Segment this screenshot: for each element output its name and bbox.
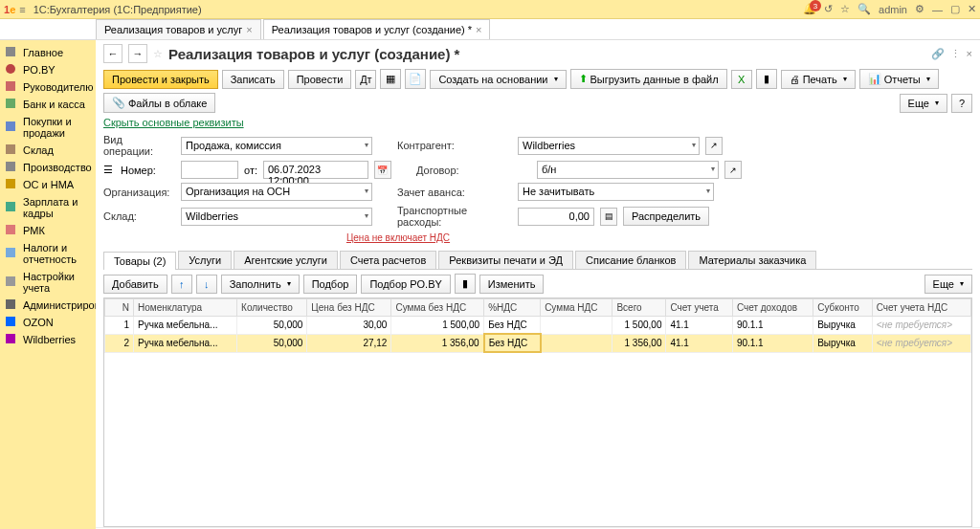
star-icon[interactable]: ☆ xyxy=(840,3,850,15)
col-accinc[interactable]: Счет доходов xyxy=(732,299,813,317)
sidebar-item-prod[interactable]: Производство xyxy=(0,159,96,176)
help-button[interactable]: ? xyxy=(951,94,972,113)
history-icon[interactable]: ↺ xyxy=(824,3,833,15)
sidebar-item-main[interactable]: Главное xyxy=(0,44,96,61)
hamburger-icon[interactable]: ≡ xyxy=(19,4,25,15)
counterparty-input[interactable]: Wildberries xyxy=(518,137,700,155)
nav-back-button[interactable]: ← xyxy=(103,44,122,63)
fill-button[interactable]: Заполнить xyxy=(221,275,300,294)
col-qty[interactable]: Количество xyxy=(237,299,307,317)
sidebar-item-salary[interactable]: Зарплата и кадры xyxy=(0,193,96,222)
col-sum[interactable]: Сумма без НДС xyxy=(391,299,484,317)
sidebar-item-settings[interactable]: Настройки учета xyxy=(0,268,96,297)
calendar-button[interactable]: 📅 xyxy=(374,161,391,179)
favorite-star-icon[interactable]: ☆ xyxy=(153,48,163,60)
col-n[interactable]: N xyxy=(105,299,134,317)
org-input[interactable]: Организация на ОСН xyxy=(181,183,372,201)
create-based-button[interactable]: Создать на основании xyxy=(430,70,566,89)
tab-item-active[interactable]: Реализация товаров и услуг (создание) * … xyxy=(263,19,491,39)
calc-button[interactable]: ▤ xyxy=(600,208,617,226)
counterparty-open-button[interactable]: ↗ xyxy=(705,137,723,155)
search-icon[interactable]: 🔍 xyxy=(858,3,871,15)
nav-forward-button[interactable]: → xyxy=(128,44,147,63)
hide-main-props-link[interactable]: Скрыть основные реквизиты xyxy=(96,115,980,130)
barcode-icon[interactable]: ▮ xyxy=(455,274,476,294)
sidebar-item-stock[interactable]: Склад xyxy=(0,142,96,159)
col-price[interactable]: Цена без НДС xyxy=(307,299,391,317)
reports-button[interactable]: 📊Отчеты xyxy=(859,69,939,89)
col-vatrate[interactable]: %НДС xyxy=(484,299,541,317)
tab-agent[interactable]: Агентские услуги xyxy=(234,251,338,269)
select-button[interactable]: Подбор xyxy=(303,275,358,294)
sidebar-item-admin[interactable]: Администрирование xyxy=(0,297,96,314)
sidebar-item-wb[interactable]: Wildberries xyxy=(0,331,96,348)
tab-item[interactable]: Реализация товаров и услуг × xyxy=(96,19,261,39)
transport-input[interactable]: 0,00 xyxy=(518,208,594,226)
more-menu-icon[interactable]: ⋮ xyxy=(950,48,961,60)
structure-icon[interactable]: ▦ xyxy=(380,69,401,89)
contract-input[interactable]: б/н xyxy=(537,161,719,179)
sidebar-item-poby[interactable]: PO.BY xyxy=(0,61,96,78)
dt-kt-icon[interactable]: Дт xyxy=(355,70,376,89)
tab-close-icon[interactable]: × xyxy=(476,24,481,35)
sidebar-item-sales[interactable]: Покупки и продажи xyxy=(0,113,96,142)
advance-input[interactable]: Не зачитывать xyxy=(518,183,714,201)
tab-close-icon[interactable]: × xyxy=(246,24,252,35)
list-icon[interactable]: ☰ xyxy=(103,164,115,176)
col-accvat[interactable]: Счет учета НДС xyxy=(872,299,970,317)
move-down-button[interactable]: ↓ xyxy=(196,275,217,294)
col-acc[interactable]: Счет учета xyxy=(666,299,732,317)
more-button[interactable]: Еще xyxy=(900,94,947,113)
warehouse-input[interactable]: Wildberries xyxy=(181,208,372,226)
bell-icon[interactable]: 🔔3 xyxy=(803,3,816,15)
asset-icon xyxy=(6,179,17,190)
maximize-icon[interactable]: ▢ xyxy=(950,3,960,15)
select-poby-button[interactable]: Подбор PO.BY xyxy=(361,275,450,294)
col-vatsum[interactable]: Сумма НДС xyxy=(541,299,612,317)
table-row-selected[interactable]: 2 Ручка мебельна... 50,000 27,12 1 356,0… xyxy=(105,334,971,352)
export-file-button[interactable]: ⬆Выгрузить данные в файл xyxy=(570,69,727,89)
tab-goods[interactable]: Товары (2) xyxy=(103,252,176,270)
move-up-button[interactable]: ↑ xyxy=(171,275,192,294)
post-button[interactable]: Провести xyxy=(288,70,352,89)
doc-icon[interactable]: 📄 xyxy=(405,69,426,89)
price-vat-note-link[interactable]: Цена не включает НДС xyxy=(346,232,450,243)
settings-icon[interactable]: ⚙ xyxy=(915,3,924,15)
sidebar-item-asset[interactable]: ОС и НМА xyxy=(0,176,96,193)
link-icon[interactable]: 🔗 xyxy=(931,48,945,60)
contract-open-button[interactable]: ↗ xyxy=(724,161,742,179)
excel-icon[interactable]: X xyxy=(731,70,752,89)
files-cloud-button[interactable]: 📎Файлы в облаке xyxy=(103,93,215,113)
add-row-button[interactable]: Добавить xyxy=(103,275,167,294)
tab-print[interactable]: Реквизиты печати и ЭД xyxy=(438,251,573,269)
table-more-button[interactable]: Еще xyxy=(924,275,972,294)
barcode-icon[interactable]: ▮ xyxy=(756,69,777,89)
close-icon[interactable]: ✕ xyxy=(968,3,976,15)
tab-materials[interactable]: Материалы заказчика xyxy=(688,251,816,269)
change-button[interactable]: Изменить xyxy=(479,275,545,294)
user-label[interactable]: admin xyxy=(879,4,907,15)
tab-accounts[interactable]: Счета расчетов xyxy=(340,251,436,269)
op-type-input[interactable]: Продажа, комиссия xyxy=(181,137,372,155)
write-button[interactable]: Записать xyxy=(222,70,284,89)
sidebar-item-chief[interactable]: Руководителю xyxy=(0,78,96,96)
post-and-close-button[interactable]: Провести и закрыть xyxy=(103,70,218,89)
window-close-icon[interactable]: × xyxy=(967,48,972,60)
tab-services[interactable]: Услуги xyxy=(178,251,232,269)
sidebar-item-rmk[interactable]: РМК xyxy=(0,222,96,239)
minimize-icon[interactable]: — xyxy=(932,4,943,15)
sidebar-item-tax[interactable]: Налоги и отчетность xyxy=(0,239,96,268)
vat-rate-editing-cell[interactable]: Без НДС xyxy=(484,334,541,352)
sidebar-item-ozon[interactable]: OZON xyxy=(0,314,96,331)
distribute-button[interactable]: Распределить xyxy=(623,207,709,226)
date-input[interactable]: 06.07.2023 12:00:00 xyxy=(263,161,368,179)
number-input[interactable] xyxy=(181,161,238,179)
col-subk[interactable]: Субконто xyxy=(813,299,873,317)
sidebar-item-bank[interactable]: Банк и касса xyxy=(0,96,96,113)
tab-blanks[interactable]: Списание бланков xyxy=(575,251,686,269)
col-total[interactable]: Всего xyxy=(612,299,666,317)
table-row[interactable]: 1 Ручка мебельна... 50,000 30,00 1 500,0… xyxy=(105,317,971,335)
print-button[interactable]: 🖨Печать xyxy=(781,70,856,89)
col-nom[interactable]: Номенклатура xyxy=(134,299,237,317)
settings-icon xyxy=(6,276,17,288)
